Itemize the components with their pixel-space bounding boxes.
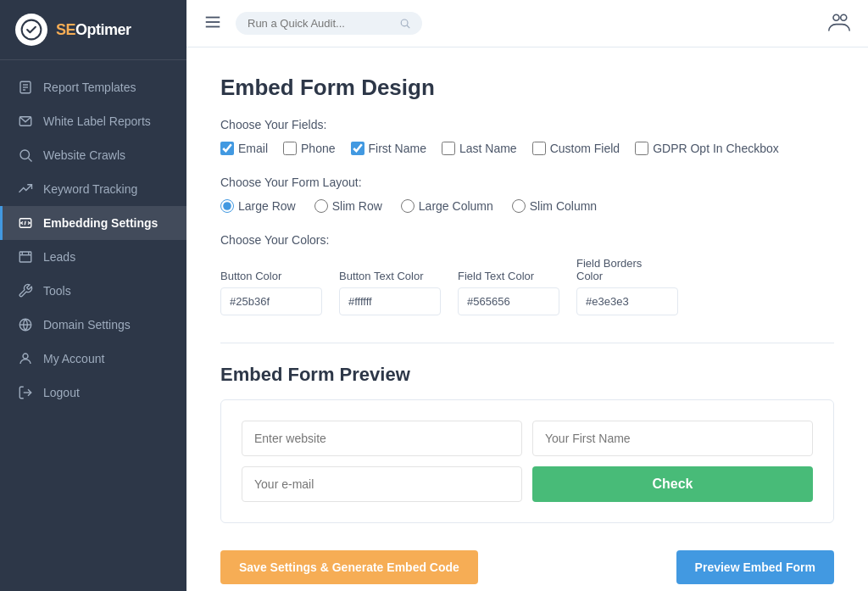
- bottom-bar: Save Settings & Generate Embed Code Prev…: [220, 550, 834, 584]
- sidebar-item-my-account[interactable]: My Account: [0, 342, 186, 376]
- preview-title: Embed Form Preview: [220, 364, 834, 386]
- sidebar-item-embedding-settings[interactable]: Embedding Settings: [0, 206, 186, 240]
- slim-column-radio[interactable]: [512, 199, 526, 213]
- preview-website-input[interactable]: [242, 421, 522, 456]
- phone-checkbox[interactable]: [283, 142, 297, 155]
- gdpr-checkbox[interactable]: [635, 142, 648, 155]
- sidebar-item-label: Embedding Settings: [43, 216, 158, 230]
- topbar: [186, 0, 868, 47]
- search-input[interactable]: [248, 17, 392, 30]
- svg-point-0: [22, 20, 42, 40]
- svg-point-16: [23, 354, 28, 359]
- fields-label: Choose Your Fields:: [220, 118, 834, 131]
- button-text-color-input[interactable]: [339, 287, 441, 315]
- large-column-radio[interactable]: [401, 199, 415, 213]
- preview-check-button[interactable]: Check: [532, 466, 813, 502]
- layout-slim-column[interactable]: Slim Column: [512, 199, 597, 213]
- sidebar-item-label: Tools: [43, 284, 71, 298]
- crawl-icon: [18, 148, 33, 163]
- preview-grid: Check: [242, 421, 813, 502]
- logo-icon: [15, 14, 47, 46]
- svg-point-23: [833, 14, 839, 20]
- field-email[interactable]: Email: [220, 142, 268, 155]
- sidebar-item-label: Report Templates: [43, 81, 136, 94]
- sidebar-item-label: White Label Reports: [43, 114, 151, 128]
- field-text-color-label: Field Text Color: [458, 270, 559, 282]
- layout-slim-row[interactable]: Slim Row: [314, 199, 382, 213]
- embed-icon: [18, 215, 33, 231]
- preview-box: Check: [220, 399, 834, 523]
- layout-large-row[interactable]: Large Row: [220, 199, 296, 213]
- hamburger-button[interactable]: [203, 13, 222, 35]
- field-custom[interactable]: Custom Field: [532, 142, 620, 155]
- sidebar: SEOptimer Report Templates White Label R…: [0, 0, 186, 591]
- sidebar-nav: Report Templates White Label Reports Web…: [0, 60, 186, 591]
- field-borders-color-field: Field Borders Color: [576, 257, 678, 315]
- field-borders-color-label: Field Borders Color: [576, 257, 653, 282]
- svg-point-6: [20, 150, 30, 159]
- account-icon: [18, 351, 33, 366]
- fields-row: Email Phone First Name Last Name Custom …: [220, 142, 834, 155]
- logo-text: SEOptimer: [56, 21, 131, 39]
- first-name-checkbox[interactable]: [351, 142, 364, 155]
- user-avatar[interactable]: [827, 10, 851, 37]
- search-bar[interactable]: [236, 12, 422, 35]
- sidebar-item-label: Logout: [43, 386, 80, 399]
- field-phone[interactable]: Phone: [283, 142, 335, 155]
- logout-icon: [18, 385, 33, 400]
- colors-label: Choose Your Colors:: [220, 233, 834, 247]
- main-area: Embed Form Design Choose Your Fields: Em…: [186, 0, 868, 591]
- field-text-color-input[interactable]: [458, 287, 559, 315]
- sidebar-item-keyword-tracking[interactable]: Keyword Tracking: [0, 172, 186, 206]
- sidebar-item-domain-settings[interactable]: Domain Settings: [0, 308, 186, 342]
- svg-line-9: [25, 221, 25, 226]
- sidebar-item-tools[interactable]: Tools: [0, 274, 186, 308]
- sidebar-item-white-label-reports[interactable]: White Label Reports: [0, 104, 186, 138]
- button-color-field: Button Color: [220, 270, 322, 315]
- svg-line-7: [28, 158, 31, 161]
- layout-large-column[interactable]: Large Column: [401, 199, 493, 213]
- button-color-label: Button Color: [220, 270, 322, 282]
- keyword-icon: [18, 181, 33, 197]
- last-name-checkbox[interactable]: [442, 142, 455, 155]
- sidebar-item-label: Keyword Tracking: [43, 182, 137, 196]
- slim-row-radio[interactable]: [314, 199, 328, 213]
- layout-row: Large Row Slim Row Large Column Slim Col…: [220, 199, 834, 213]
- field-borders-color-input[interactable]: [576, 287, 678, 315]
- colors-section: Choose Your Colors: Button Color Button …: [220, 233, 834, 315]
- colors-row: Button Color Button Text Color Field Tex…: [220, 257, 834, 315]
- svg-line-22: [407, 25, 409, 28]
- button-text-color-field: Button Text Color: [339, 270, 441, 315]
- preview-first-name-input[interactable]: [532, 421, 813, 456]
- report-icon: [18, 80, 33, 95]
- button-color-input[interactable]: [220, 287, 322, 315]
- sidebar-item-label: Domain Settings: [43, 318, 131, 332]
- save-settings-button[interactable]: Save Settings & Generate Embed Code: [220, 550, 478, 584]
- label-icon: [18, 114, 33, 129]
- preview-embed-button[interactable]: Preview Embed Form: [676, 550, 834, 584]
- field-first-name[interactable]: First Name: [351, 142, 426, 155]
- field-gdpr[interactable]: GDPR Opt In Checkbox: [635, 142, 779, 155]
- field-last-name[interactable]: Last Name: [442, 142, 517, 155]
- email-checkbox[interactable]: [220, 142, 234, 155]
- preview-email-input[interactable]: [242, 466, 522, 502]
- page-title: Embed Form Design: [220, 75, 834, 101]
- content-area: Embed Form Design Choose Your Fields: Em…: [186, 47, 868, 591]
- sidebar-item-leads[interactable]: Leads: [0, 240, 186, 274]
- search-icon: [399, 17, 410, 30]
- leads-icon: [18, 249, 33, 265]
- svg-rect-10: [19, 252, 31, 262]
- sidebar-item-website-crawls[interactable]: Website Crawls: [0, 138, 186, 172]
- svg-point-24: [841, 14, 847, 20]
- sidebar-item-report-templates[interactable]: Report Templates: [0, 70, 186, 104]
- field-text-color-field: Field Text Color: [458, 270, 559, 315]
- sidebar-item-logout[interactable]: Logout: [0, 376, 186, 410]
- domain-icon: [18, 317, 33, 332]
- svg-point-21: [401, 20, 408, 26]
- sidebar-item-label: Leads: [43, 250, 75, 264]
- custom-field-checkbox[interactable]: [532, 142, 546, 155]
- button-text-color-label: Button Text Color: [339, 270, 441, 282]
- sidebar-item-label: Website Crawls: [43, 148, 125, 162]
- large-row-radio[interactable]: [220, 199, 234, 213]
- tools-icon: [18, 283, 33, 298]
